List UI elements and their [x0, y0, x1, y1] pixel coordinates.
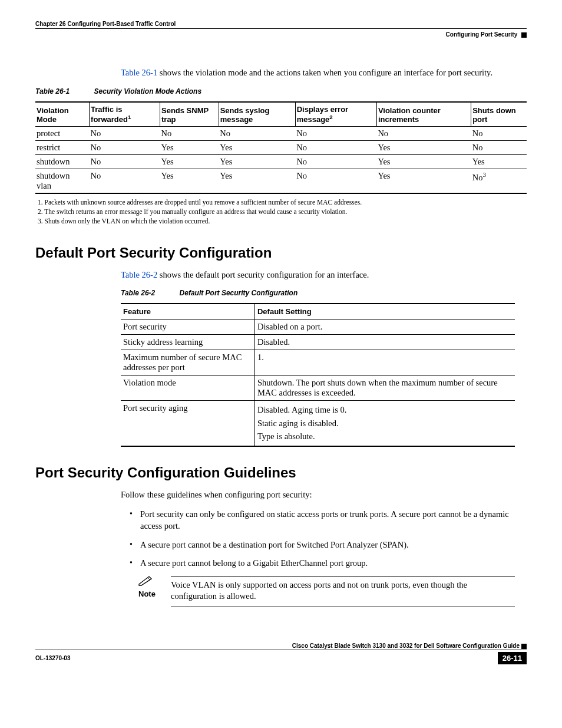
table-row: Sticky address learningDisabled.	[121, 335, 515, 350]
note-pencil-icon	[138, 575, 162, 589]
note-text: Voice VLAN is only supported on access p…	[171, 577, 515, 602]
section1-paragraph: Table 26-2 shows the default port securi…	[121, 269, 515, 281]
cell: Port security	[121, 319, 254, 335]
chapter-label: Chapter 26 Configuring Port-Based Traffi…	[35, 21, 527, 27]
cell: No	[295, 140, 376, 154]
t1-h1: Traffic is forwarded1	[90, 102, 160, 127]
cell: restrict	[35, 140, 90, 154]
cell: Yes	[219, 140, 295, 154]
table-2: Feature Default Setting Port securityDis…	[121, 303, 515, 446]
guidelines-intro: Follow these guidelines when configuring…	[121, 489, 515, 501]
page-footer: Cisco Catalyst Blade Switch 3130 and 303…	[35, 643, 527, 664]
table-row: Port securityDisabled on a port.	[121, 319, 515, 335]
table-1-footnotes: 1. Packets with unknown source addresses…	[35, 199, 527, 225]
cell: No	[90, 126, 160, 140]
table-1-title: Security Violation Mode Actions	[94, 87, 201, 95]
table-row: protectNoNoNoNoNoNo	[35, 126, 527, 140]
intro-paragraph: Table 26-1 shows the violation mode and …	[121, 67, 515, 79]
t1-h4: Displays error message2	[295, 102, 376, 127]
t1-h0: Violation Mode	[35, 102, 90, 127]
table-2-title: Default Port Security Configuration	[180, 289, 298, 297]
cell: No	[160, 126, 219, 140]
cell: No	[295, 169, 376, 193]
cell: No	[471, 126, 527, 140]
section1-rest: shows the default port security configur…	[157, 270, 369, 279]
t2-h2: Default Setting	[254, 304, 515, 319]
cell: shutdown vlan	[35, 169, 90, 193]
cell: Disabled on a port.	[254, 319, 515, 335]
note-block: Note Voice VLAN is only supported on acc…	[138, 577, 515, 607]
table-row: Violation modeShutdown. The port shuts d…	[121, 375, 515, 401]
cell: No	[90, 169, 160, 193]
cell: Disabled. Aging time is 0.Static aging i…	[254, 401, 515, 446]
table-26-1-link[interactable]: Table 26-1	[121, 68, 157, 77]
list-item: A secure port cannot be a destination po…	[130, 539, 527, 551]
footer-guide-title: Cisco Catalyst Blade Switch 3130 and 303…	[35, 643, 527, 650]
cell: Yes	[376, 169, 471, 193]
cell: Maximum number of secure MAC addresses p…	[121, 350, 254, 375]
note-bottom-rule	[171, 606, 515, 607]
cell: Yes	[160, 169, 219, 193]
cell: shutdown	[35, 154, 90, 169]
cell: Violation mode	[121, 375, 254, 401]
cell: No3	[471, 169, 527, 193]
cell: Yes	[219, 169, 295, 193]
note-label: Note	[138, 589, 156, 598]
cell: Yes	[160, 154, 219, 169]
cell: No	[471, 140, 527, 154]
table-row: shutdownNoYesYesNoYesYes	[35, 154, 527, 169]
footer-doc-id: OL-13270-03	[35, 655, 70, 661]
table-row: shutdown vlanNoYesYesNoYesNo3	[35, 169, 527, 193]
table-row: Maximum number of secure MAC addresses p…	[121, 350, 515, 375]
cell: No	[90, 154, 160, 169]
cell: Sticky address learning	[121, 335, 254, 350]
page-header-rule: Chapter 26 Configuring Port-Based Traffi…	[35, 21, 527, 29]
footer-square-icon	[521, 644, 527, 649]
cell: Yes	[376, 154, 471, 169]
table-1-header-row: Violation Mode Traffic is forwarded1 Sen…	[35, 102, 527, 127]
table-row: restrictNoYesYesNoYesNo	[35, 140, 527, 154]
list-item: A secure port cannot belong to a Gigabit…	[130, 558, 527, 569]
table-row: Port security agingDisabled. Aging time …	[121, 401, 515, 446]
cell: protect	[35, 126, 90, 140]
table-2-caption: Table 26-2 Default Port Security Configu…	[121, 289, 515, 297]
footer-page-number: 26-11	[498, 652, 527, 664]
cell: Port security aging	[121, 401, 254, 446]
t1-h3: Sends syslog message	[219, 102, 295, 127]
cell: No	[295, 154, 376, 169]
header-square-icon	[521, 32, 527, 38]
footnote-2: 2. The switch returns an error message i…	[46, 208, 527, 215]
cell: No	[219, 126, 295, 140]
intro-rest: shows the violation mode and the actions…	[157, 68, 492, 77]
table-2-header-row: Feature Default Setting	[121, 304, 515, 319]
section-guidelines-heading: Port Security Configuration Guidelines	[35, 465, 527, 481]
table-1: Violation Mode Traffic is forwarded1 Sen…	[35, 101, 527, 194]
t2-h1: Feature	[121, 304, 254, 319]
table-1-number: Table 26-1	[35, 87, 70, 95]
cell: No	[90, 140, 160, 154]
cell: No	[295, 126, 376, 140]
t1-h5: Violation counter increments	[376, 102, 471, 127]
footnote-1: 1. Packets with unknown source addresses…	[46, 199, 527, 206]
cell: Yes	[219, 154, 295, 169]
t1-h6: Shuts down port	[471, 102, 527, 127]
cell: No	[376, 126, 471, 140]
section-label: Configuring Port Security	[446, 31, 518, 38]
cell: Yes	[376, 140, 471, 154]
table-26-2-link[interactable]: Table 26-2	[121, 270, 157, 279]
cell: Yes	[471, 154, 527, 169]
section-default-config-heading: Default Port Security Configuration	[35, 245, 527, 261]
list-item: Port security can only be configured on …	[130, 509, 527, 532]
cell: Shutdown. The port shuts down when the m…	[254, 375, 515, 401]
cell: 1.	[254, 350, 515, 375]
guidelines-list: Port security can only be configured on …	[130, 509, 527, 569]
footnote-3: 3. Shuts down only the VLAN on which the…	[46, 218, 527, 225]
table-1-caption: Table 26-1 Security Violation Mode Actio…	[35, 87, 527, 95]
cell: Yes	[160, 140, 219, 154]
cell: Disabled.	[254, 335, 515, 350]
table-2-number: Table 26-2	[121, 289, 155, 297]
section-label-line: Configuring Port Security	[35, 31, 527, 38]
t1-h2: Sends SNMP trap	[160, 102, 219, 127]
